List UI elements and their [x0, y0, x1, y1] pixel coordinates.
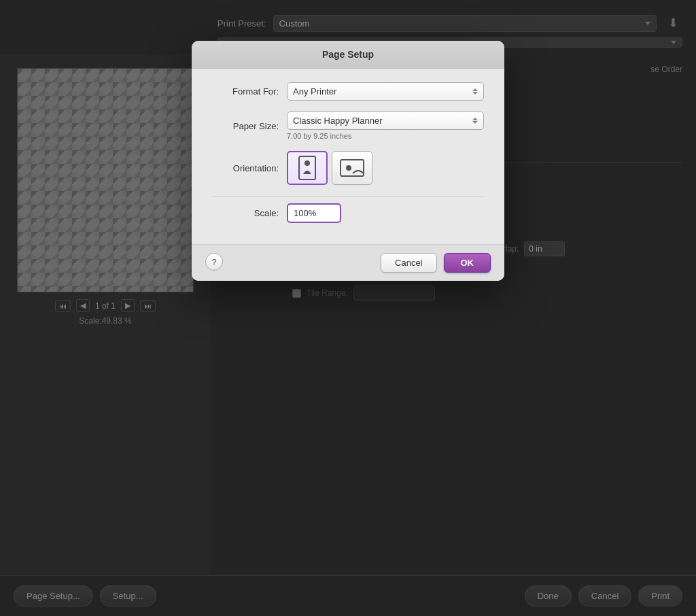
spinner-up-icon — [472, 88, 478, 91]
modal-title: Page Setup — [322, 49, 374, 60]
modal-footer: ? Cancel OK — [192, 244, 504, 281]
svg-point-1 — [304, 160, 310, 166]
svg-rect-2 — [341, 160, 364, 176]
orientation-label: Orientation: — [212, 163, 287, 173]
paper-size-row: Paper Size: Classic Happy Planner 7.00 b… — [212, 112, 484, 140]
svg-point-3 — [346, 165, 351, 171]
paper-size-label: Paper Size: — [212, 121, 287, 131]
svg-rect-0 — [299, 156, 315, 179]
spinner-up-icon-2 — [472, 118, 478, 120]
format-for-spinner[interactable] — [472, 88, 478, 95]
format-for-label: Format For: — [212, 86, 287, 97]
paper-size-spinner[interactable] — [472, 118, 478, 124]
scale-control — [287, 203, 484, 223]
paper-size-hint: 7.00 by 9.25 inches — [287, 132, 484, 140]
spinner-down-icon-2 — [472, 121, 478, 124]
portrait-icon — [298, 155, 317, 181]
format-for-select[interactable]: Any Printer — [287, 82, 484, 101]
format-for-value: Any Printer — [293, 86, 336, 97]
orientation-portrait-btn[interactable] — [287, 151, 328, 185]
scale-label-modal: Scale: — [212, 208, 287, 218]
paper-size-control: Classic Happy Planner 7.00 by 9.25 inche… — [287, 112, 484, 140]
orientation-control — [287, 151, 484, 185]
modal-divider — [212, 196, 484, 196]
scale-input[interactable] — [287, 203, 341, 223]
modal-cancel-button[interactable]: Cancel — [381, 253, 436, 273]
modal-overlay: Page Setup Format For: Any Printer — [0, 0, 696, 616]
spinner-down-icon — [472, 92, 478, 95]
modal-title-bar: Page Setup — [192, 41, 504, 69]
help-button[interactable]: ? — [205, 253, 223, 271]
orientation-options — [287, 151, 484, 185]
landscape-icon — [339, 158, 365, 177]
modal-ok-button[interactable]: OK — [444, 253, 491, 273]
page-setup-modal: Page Setup Format For: Any Printer — [192, 41, 504, 281]
modal-body: Format For: Any Printer Paper Size: — [192, 69, 504, 244]
paper-size-value: Classic Happy Planner — [293, 116, 383, 126]
format-for-control: Any Printer — [287, 82, 484, 101]
orientation-row: Orientation: — [212, 151, 484, 185]
paper-size-select[interactable]: Classic Happy Planner — [287, 112, 484, 130]
orientation-landscape-btn[interactable] — [332, 151, 372, 185]
format-for-row: Format For: Any Printer — [212, 82, 484, 101]
scale-row: Scale: — [212, 203, 484, 223]
